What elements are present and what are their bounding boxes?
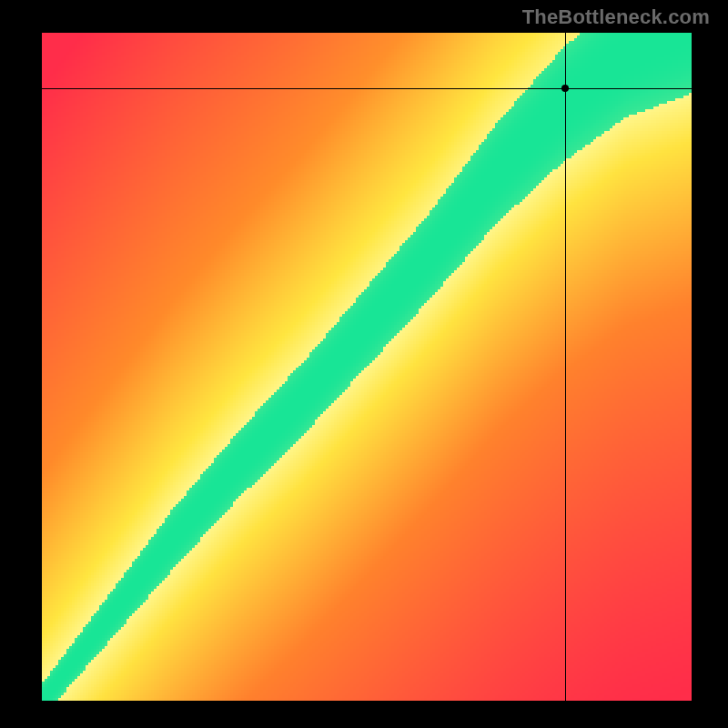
heatmap-canvas <box>42 33 692 701</box>
crosshair-vertical <box>565 33 566 701</box>
bottleneck-heatmap-chart: TheBottleneck.com <box>0 0 728 728</box>
crosshair-horizontal <box>42 88 692 89</box>
crosshair-marker-dot <box>561 85 569 92</box>
watermark-text: TheBottleneck.com <box>522 5 710 29</box>
